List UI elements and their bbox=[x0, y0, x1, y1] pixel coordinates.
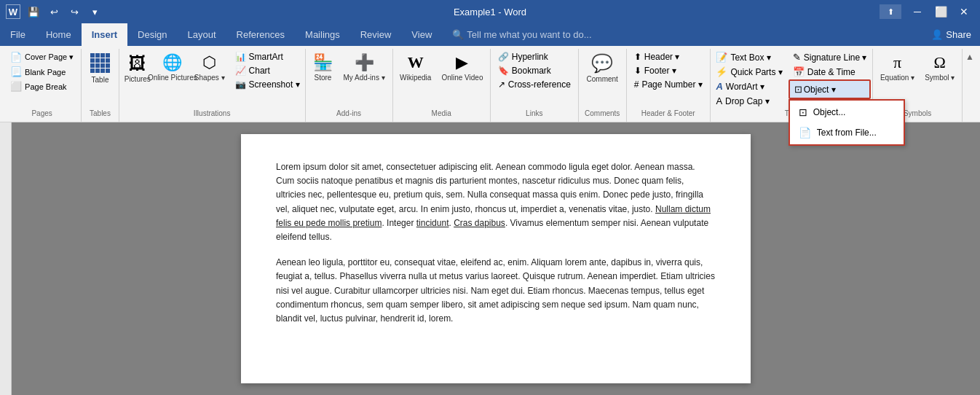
tab-review[interactable]: Review bbox=[350, 23, 402, 46]
tab-layout[interactable]: Layout bbox=[178, 23, 226, 46]
comment-icon: 💬 bbox=[591, 53, 613, 74]
pictures-label: Pictures bbox=[125, 75, 151, 83]
title-bar: W 💾 ↩ ↪ ▾ Example1 - Word ⬆ ─ ⬜ ✕ bbox=[0, 0, 980, 23]
tab-tell-me[interactable]: 🔍 Tell me what you want to do... bbox=[442, 23, 601, 46]
online-video-label: Online Video bbox=[441, 74, 483, 82]
my-addins-btn[interactable]: ➕ My Add-ins ▾ bbox=[339, 50, 389, 85]
title-bar-left: W 💾 ↩ ↪ ▾ bbox=[6, 3, 103, 20]
textbox-icon: 📝 bbox=[716, 52, 727, 63]
wikipedia-btn[interactable]: W Wikipedia bbox=[395, 50, 435, 85]
cross-reference-label: Cross-reference bbox=[508, 79, 571, 90]
equation-btn[interactable]: π Equation ▾ bbox=[876, 50, 919, 85]
group-links: 🔗 Hyperlink 🔖 Bookmark ↗ Cross-reference… bbox=[491, 49, 579, 122]
smartart-label: SmartArt bbox=[249, 52, 283, 62]
illustrations-items: 🖼 Pictures 🌐 Online Pictures ⬡ Shapes ▾ … bbox=[120, 50, 304, 108]
table-label: Table bbox=[92, 76, 109, 84]
wordart-icon: A bbox=[716, 81, 722, 92]
shapes-btn[interactable]: ⬡ Shapes ▾ bbox=[190, 50, 229, 85]
ribbon-display-btn[interactable]: ⬆ bbox=[880, 4, 901, 19]
dropcap-icon: A bbox=[716, 95, 722, 106]
chart-btn[interactable]: 📈 Chart bbox=[231, 64, 304, 77]
links-group-label: Links bbox=[495, 108, 574, 120]
hyperlink-icon: 🔗 bbox=[498, 52, 509, 62]
minimize-btn[interactable]: ─ bbox=[907, 1, 928, 22]
cross-reference-icon: ↗ bbox=[498, 79, 505, 90]
page-break-icon: ⬜ bbox=[10, 81, 22, 92]
object-label: Object ▾ bbox=[804, 85, 836, 95]
signature-line-btn[interactable]: ✎ Signature Line ▾ bbox=[789, 50, 872, 64]
share-button[interactable]: 👤 Share bbox=[922, 23, 980, 46]
tab-view[interactable]: View bbox=[401, 23, 442, 46]
undo-btn[interactable]: ↩ bbox=[45, 3, 63, 20]
online-pictures-btn[interactable]: 🌐 Online Pictures bbox=[157, 50, 189, 85]
screenshot-btn[interactable]: 📷 Screenshot ▾ bbox=[231, 78, 304, 91]
illus-stack: 📊 SmartArt 📈 Chart 📷 Screenshot ▾ bbox=[231, 50, 304, 91]
save-btn[interactable]: 💾 bbox=[25, 3, 42, 20]
table-icon bbox=[90, 53, 110, 73]
addins-group-label: Add-ins bbox=[310, 108, 388, 120]
tab-references[interactable]: References bbox=[226, 23, 295, 46]
close-btn[interactable]: ✕ bbox=[954, 1, 974, 22]
footer-label: Footer ▾ bbox=[644, 66, 676, 76]
tab-insert[interactable]: Insert bbox=[82, 23, 127, 46]
header-footer-group-label: Header & Footer bbox=[631, 108, 706, 120]
tables-group-label: Tables bbox=[86, 108, 114, 120]
tab-design[interactable]: Design bbox=[127, 23, 177, 46]
window-title: Example1 - Word bbox=[454, 7, 526, 17]
document-area[interactable]: Lorem ipsum dolor sit amet, consectetuer… bbox=[12, 122, 980, 395]
quick-access-toolbar: 💾 ↩ ↪ ▾ bbox=[25, 3, 103, 20]
object-menu-item[interactable]: ⊡ Object... bbox=[790, 102, 904, 122]
tab-mailings[interactable]: Mailings bbox=[295, 23, 350, 46]
object-icon: ⊡ bbox=[794, 84, 802, 95]
shapes-icon: ⬡ bbox=[202, 53, 216, 72]
cover-page-icon: 📄 bbox=[10, 52, 22, 63]
cross-reference-btn[interactable]: ↗ Cross-reference bbox=[494, 78, 575, 91]
object-menu-icon: ⊡ bbox=[799, 106, 807, 118]
word-icon: W bbox=[6, 4, 20, 19]
table-btn[interactable]: Table bbox=[85, 50, 114, 87]
page-number-icon: # bbox=[634, 79, 639, 90]
object-btn[interactable]: ⊡ Object ▾ bbox=[789, 79, 872, 99]
tab-home[interactable]: Home bbox=[36, 23, 82, 46]
smartart-btn[interactable]: 📊 SmartArt bbox=[231, 50, 304, 63]
hyperlink-btn[interactable]: 🔗 Hyperlink bbox=[494, 50, 575, 63]
quick-parts-btn[interactable]: ⚡ Quick Parts ▾ bbox=[711, 65, 786, 79]
ribbon-collapse-btn[interactable]: ▲ bbox=[963, 49, 977, 122]
group-tables: Table Tables bbox=[82, 49, 119, 122]
cover-page-label: Cover Page ▾ bbox=[25, 52, 74, 62]
header-btn[interactable]: ⬆ Header ▾ bbox=[630, 50, 707, 63]
comment-btn[interactable]: 💬 Comment bbox=[582, 50, 623, 86]
maximize-btn[interactable]: ⬜ bbox=[930, 1, 951, 22]
symbol-btn[interactable]: Ω Symbol ▾ bbox=[920, 50, 959, 85]
online-pictures-icon: 🌐 bbox=[162, 53, 182, 72]
wordart-btn[interactable]: A WordArt ▾ bbox=[711, 79, 786, 93]
vertical-ruler bbox=[0, 122, 12, 395]
page-number-btn[interactable]: # Page Number ▾ bbox=[630, 78, 707, 91]
bookmark-icon: 🔖 bbox=[498, 66, 509, 76]
online-video-btn[interactable]: ▶ Online Video bbox=[437, 50, 487, 85]
dropcap-btn[interactable]: A Drop Cap ▾ bbox=[711, 94, 786, 108]
blank-page-btn[interactable]: 📃 Blank Page bbox=[6, 65, 78, 79]
ribbon-tab-bar: File Home Insert Design Layout Reference… bbox=[0, 23, 980, 46]
footer-btn[interactable]: ⬇ Footer ▾ bbox=[630, 64, 707, 77]
customize-btn[interactable]: ▾ bbox=[86, 3, 103, 20]
tab-file[interactable]: File bbox=[0, 23, 36, 46]
store-btn[interactable]: 🏪 Store bbox=[308, 50, 337, 85]
textbox-btn[interactable]: 📝 Text Box ▾ bbox=[711, 50, 786, 64]
screenshot-label: Screenshot ▾ bbox=[249, 79, 300, 90]
redo-btn[interactable]: ↪ bbox=[66, 3, 83, 20]
group-illustrations: 🖼 Pictures 🌐 Online Pictures ⬡ Shapes ▾ … bbox=[119, 49, 306, 122]
cover-page-btn[interactable]: 📄 Cover Page ▾ bbox=[6, 50, 78, 64]
bookmark-btn[interactable]: 🔖 Bookmark bbox=[494, 64, 575, 77]
page-break-label: Page Break bbox=[25, 82, 66, 91]
date-time-btn[interactable]: 📅 Date & Time bbox=[789, 65, 872, 79]
group-media: W Wikipedia ▶ Online Video Media bbox=[393, 49, 491, 122]
hyperlink-label: Hyperlink bbox=[512, 52, 548, 62]
page-break-btn[interactable]: ⬜ Page Break bbox=[6, 79, 78, 93]
screenshot-icon: 📷 bbox=[235, 79, 246, 90]
my-addins-label: My Add-ins ▾ bbox=[343, 74, 384, 82]
tables-items: Table bbox=[85, 50, 114, 108]
ribbon-content: 📄 Cover Page ▾ 📃 Blank Page ⬜ Page Break… bbox=[0, 46, 980, 122]
signature-label: Signature Line ▾ bbox=[804, 52, 867, 63]
text-from-file-menu-item[interactable]: 📄 Text from File... bbox=[790, 122, 904, 143]
